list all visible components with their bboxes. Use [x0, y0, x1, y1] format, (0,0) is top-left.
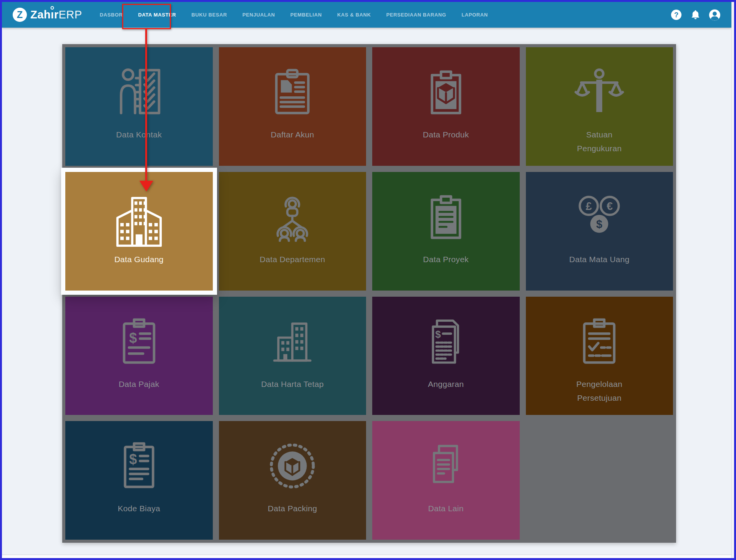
bell-icon[interactable] [690, 9, 701, 21]
topbar-actions: ? [670, 2, 721, 28]
svg-text:$: $ [129, 330, 137, 345]
scales-person-icon [526, 67, 673, 117]
stacked-docs-icon [372, 441, 520, 491]
tile-data-proyek[interactable]: Data Proyek [372, 172, 520, 291]
user-icon[interactable] [709, 9, 721, 21]
nav-item-buku-besar[interactable]: BUKU BESAR [191, 12, 227, 18]
tile-data-gudang[interactable]: Data Gudang [65, 172, 213, 291]
tile-label: Kode Biaya [65, 502, 213, 515]
packing-circle-icon [219, 441, 366, 491]
tile-pengelolaan-persetujuan[interactable]: Pengelolaan Persetujuan [526, 297, 673, 415]
document-dollar-icon: $ [372, 317, 520, 367]
svg-text:$: $ [596, 218, 602, 230]
nav-item-penjualan[interactable]: PENJUALAN [242, 12, 275, 18]
data-master-grid: Data Kontak Daftar Akun Data Produk Satu… [62, 44, 676, 543]
zahir-logo-icon: Z [13, 8, 27, 22]
tile-kode-biaya[interactable]: $Kode Biaya [65, 421, 213, 540]
tile-satuan-pengukuran[interactable]: Satuan Pengukuran [526, 47, 673, 166]
tile-label: Data Harta Tetap [219, 377, 366, 391]
svg-text:$: $ [129, 451, 137, 467]
clipboard-cost-icon: $ [65, 441, 213, 491]
tile-label: Data Pajak [65, 377, 213, 391]
nav-item-persediaan-barang[interactable]: PERSEDIAAN BARANG [386, 12, 446, 18]
svg-text:£: £ [586, 200, 592, 212]
topbar: Z ZahırERP DASBOR DATA MASTER BUKU BESAR… [2, 2, 731, 28]
tile-label: Satuan Pengukuran [526, 128, 673, 155]
tile-anggaran[interactable]: $Anggaran [372, 297, 520, 415]
tile-data-mata-uang[interactable]: £€$Data Mata Uang [526, 172, 673, 291]
tile-data-kontak[interactable]: Data Kontak [65, 47, 213, 166]
clipboard-lines-icon [372, 192, 520, 242]
tile-label: Daftar Akun [219, 128, 366, 142]
tile-data-harta-tetap[interactable]: Data Harta Tetap [219, 297, 366, 415]
help-icon[interactable]: ? [670, 9, 682, 21]
tile-label: Data Mata Uang [526, 253, 673, 266]
brand: Z ZahırERP [13, 8, 82, 22]
clipboard-document-icon [219, 67, 366, 117]
tile-label: Data Departemen [219, 253, 366, 266]
svg-text:?: ? [674, 11, 678, 19]
tile-data-packing[interactable]: Data Packing [219, 421, 366, 540]
svg-text:$: $ [435, 328, 441, 340]
brand-name: ZahırERP [30, 8, 82, 21]
tile-label: Pengelolaan Persetujuan [526, 377, 673, 405]
footer-strip [2, 555, 731, 558]
nav-item-laporan[interactable]: LAPORAN [462, 12, 488, 18]
clipboard-check-icon [526, 317, 673, 367]
tile-label: Data Produk [372, 128, 520, 142]
tile-data-produk[interactable]: Data Produk [372, 47, 520, 166]
tile-label: Data Proyek [372, 253, 520, 266]
tile-data-lain[interactable]: Data Lain [372, 421, 520, 540]
scrollbar[interactable] [731, 2, 734, 558]
main-nav: DASBOR DATA MASTER BUKU BESAR PENJUALAN … [100, 2, 488, 28]
tile-label: Data Packing [219, 502, 366, 515]
nav-item-dasbor[interactable]: DASBOR [100, 12, 123, 18]
person-checklist-icon [65, 67, 213, 117]
tile-label: Data Kontak [65, 128, 213, 142]
building-icon [65, 193, 213, 250]
coins-icon: £€$ [526, 192, 673, 242]
tile-data-departemen[interactable]: Data Departemen [219, 172, 366, 291]
org-chart-icon [219, 192, 366, 242]
clipboard-dollar-icon: $ [65, 317, 213, 367]
tile-daftar-akun[interactable]: Daftar Akun [219, 47, 366, 166]
nav-item-pembelian[interactable]: PEMBELIAN [290, 12, 322, 18]
page: Z ZahırERP DASBOR DATA MASTER BUKU BESAR… [2, 2, 734, 558]
tile-label: Data Lain [372, 502, 520, 515]
tile-label: Data Gudang [65, 253, 213, 266]
nav-item-kas-bank[interactable]: KAS & BANK [337, 12, 371, 18]
nav-item-data-master[interactable]: DATA MASTER [138, 12, 176, 18]
svg-text:€: € [607, 200, 613, 212]
tile-label: Anggaran [372, 377, 520, 391]
buildings-icon [219, 317, 366, 367]
tile-data-pajak[interactable]: $Data Pajak [65, 297, 213, 415]
empty-cell [526, 421, 673, 540]
clipboard-cube-icon [372, 67, 520, 117]
